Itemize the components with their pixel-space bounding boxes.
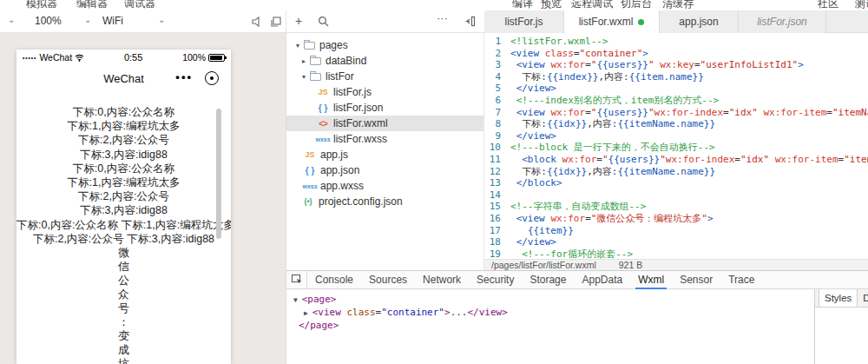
speaker-icon[interactable]: [250, 15, 264, 29]
list-item: 下标:3,内容:idig88: [16, 148, 231, 162]
wxml-node[interactable]: </page>: [293, 320, 814, 332]
line-number: 17: [484, 225, 510, 237]
editor-tab-listFor.js[interactable]: listFor.js: [484, 10, 564, 33]
debugger-tab-wxml[interactable]: Wxml: [630, 271, 672, 289]
zoom-select[interactable]: 100%: [35, 15, 62, 27]
code-line: 7 <view wx:for="{{users}}"wx:for-index="…: [484, 107, 868, 119]
wxml-inspector-tree[interactable]: ▼ <page>▶ <view class="container">...</v…: [286, 289, 814, 364]
chevron-down-icon[interactable]: ▾: [299, 73, 308, 81]
tree-item-label: listFor: [326, 70, 354, 83]
debugger-tab-console[interactable]: Console: [307, 271, 361, 289]
debugger-tab-storage[interactable]: Storage: [522, 271, 574, 289]
link-item-社区[interactable]: 社区: [818, 0, 838, 10]
tree-item-label: project.config.json: [319, 195, 403, 208]
code-editor[interactable]: 1<!listFor.wxml-->2<view class="containe…: [484, 33, 868, 259]
file-path: /pages/listFor/listFor.wxml: [491, 260, 596, 270]
list-item: 下标:2,内容:公众号: [16, 189, 231, 203]
action-item-远程调试[interactable]: 远程调试: [571, 0, 613, 10]
code-line: 6 <!---index别名的方式，item别名的方式-->: [484, 95, 868, 107]
menu-item-模拟器[interactable]: 模拟器: [26, 0, 57, 10]
menu-item-编辑器[interactable]: 编辑器: [76, 0, 108, 10]
network-select[interactable]: WiFi: [102, 15, 123, 27]
chevron-right-icon[interactable]: ▸: [299, 57, 308, 65]
json-file-icon: { }: [301, 166, 319, 175]
phone-screen[interactable]: ••••• WeChat 0:55 100% WeChat ••• 下标:0,内…: [16, 50, 231, 364]
list-output: 下标:0,内容:公众名称下标:1,内容:编程坑太多下标:2,内容:公众号下标:3…: [16, 105, 231, 246]
inspect-element-icon[interactable]: [286, 271, 307, 289]
tree-item-pages[interactable]: ▾pages: [286, 37, 483, 53]
code-line: 16 <view wx:for="微信公众号：编程坑太多">: [484, 213, 868, 225]
mini-program-menu-icon[interactable]: •••: [175, 70, 193, 83]
tree-item-label: app.wxss: [320, 180, 364, 192]
code-line: 9 </view>: [484, 130, 868, 142]
sidebar-tab-data[interactable]: Data: [858, 289, 868, 307]
search-icon[interactable]: [318, 16, 329, 27]
clock-label: 0:55: [124, 52, 142, 63]
tree-item-app.wxss[interactable]: wxssapp.wxss: [286, 178, 483, 194]
network-select-caret-icon[interactable]: ⌄: [158, 15, 165, 24]
editor-tab-app.json[interactable]: app.json: [660, 10, 739, 33]
action-item-编译[interactable]: 编译: [512, 0, 533, 10]
code-line: 12 下标:{{idx}},内容:{{itemName.name}}: [484, 166, 868, 178]
tree-item-listFor.js[interactable]: JSlistFor.js: [286, 84, 483, 100]
sidebar-tab-styles[interactable]: Styles: [819, 289, 858, 307]
link-item-测试[interactable]: 测试: [855, 0, 868, 10]
code-line: 14: [484, 189, 868, 202]
battery-icon: [208, 54, 225, 62]
tree-item-listFor.wxss[interactable]: wxsslistFor.wxss: [286, 131, 483, 147]
debugger-tab-trace[interactable]: Trace: [720, 271, 762, 289]
file-tree: ▾pages▸dataBind▾listForJSlistFor.js{ }li…: [286, 33, 484, 270]
battery-percent: 100%: [182, 52, 206, 63]
collapse-panel-icon[interactable]: [464, 16, 476, 27]
action-item-预览[interactable]: 预览: [541, 0, 562, 10]
line-number: 5: [484, 83, 510, 95]
tree-item-label: listFor.json: [333, 102, 383, 114]
device-select-caret-icon[interactable]: ⌄: [8, 15, 15, 24]
menu-item-调试器[interactable]: 调试器: [124, 0, 155, 10]
add-file-icon[interactable]: +: [295, 14, 302, 28]
more-options-icon[interactable]: ···: [437, 11, 448, 24]
debugger-tab-appdata[interactable]: AppData: [574, 271, 630, 289]
editor-tab-listFor.wxml[interactable]: listFor.wxml: [564, 10, 660, 33]
tree-item-app.js[interactable]: JSapp.js: [286, 147, 483, 162]
phone-scrollbar[interactable]: [216, 109, 221, 239]
wxss-file-icon: wxss: [301, 183, 319, 189]
tree-item-project.config.json[interactable]: (•)project.config.json: [286, 194, 483, 209]
signal-dots: •••••: [23, 55, 36, 61]
list-item: 下标:1,内容:编程坑太多: [16, 175, 231, 189]
action-item-切后台[interactable]: 切后台: [621, 0, 652, 10]
wxml-node[interactable]: ▼ <page>: [293, 294, 814, 307]
folder-icon: [310, 73, 321, 81]
wxml-node[interactable]: ▶ <view class="container">...</view>: [293, 307, 814, 320]
debugger-tab-network[interactable]: Network: [415, 271, 469, 289]
code-line: 5 </view>: [484, 83, 868, 95]
line-number: 16: [484, 213, 510, 225]
chevron-down-icon[interactable]: ▾: [293, 42, 302, 50]
phone-status-bar: ••••• WeChat 0:55 100%: [16, 50, 231, 65]
editor-tab-label: app.json: [679, 16, 718, 28]
tree-item-dataBind[interactable]: ▸dataBind: [286, 53, 483, 69]
tree-item-listFor.json[interactable]: { }listFor.json: [286, 100, 483, 116]
tree-item-listFor.wxml[interactable]: <>listFor.wxml: [286, 116, 483, 131]
phone-nav-bar: WeChat •••: [16, 65, 231, 93]
zoom-select-caret-icon[interactable]: ⌄: [84, 15, 91, 24]
tree-item-label: app.js: [320, 149, 348, 161]
tree-item-app.json[interactable]: { }app.json: [286, 162, 483, 178]
mini-program-close-icon[interactable]: [205, 71, 219, 85]
wechat-devtools-window: 模拟器编辑器调试器编译预览远程调试切后台清缓存社区测试 ⌄ 100% ⌄ WiF…: [0, 0, 868, 364]
list-item: 下标:0,内容:公众名称 下标:1,内容:编程坑太多: [16, 218, 231, 232]
debugger-tab-security[interactable]: Security: [469, 271, 522, 289]
list-item: 下标:0,内容:公众名称: [16, 105, 231, 119]
editor-tab-listFor.json[interactable]: listFor.json: [739, 10, 826, 33]
code-line: 17 {{item}}: [484, 225, 868, 237]
action-item-清缓存[interactable]: 清缓存: [662, 0, 694, 10]
debugger-tab-sources[interactable]: Sources: [361, 271, 415, 289]
line-number: 7: [484, 107, 510, 119]
line-number: 2: [484, 48, 510, 60]
debugger-tab-sensor[interactable]: Sensor: [672, 271, 720, 289]
tree-item-listFor[interactable]: ▾listFor: [286, 69, 483, 84]
file-size: 921 B: [619, 260, 642, 270]
detach-window-icon[interactable]: [269, 15, 283, 29]
folder-icon: [310, 57, 321, 65]
line-number: 4: [484, 71, 510, 83]
